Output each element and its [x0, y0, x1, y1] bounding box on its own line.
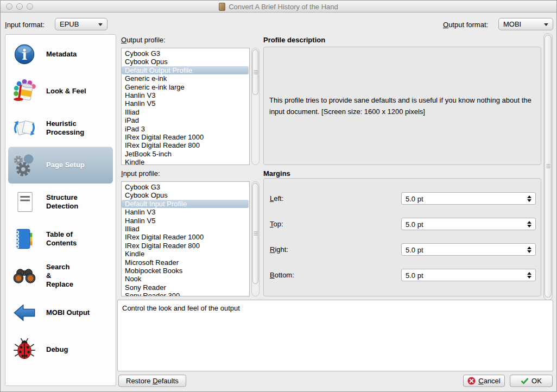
input-format-select[interactable]: EPUB [55, 18, 107, 30]
margin-bottom-label: Bottom: [270, 271, 294, 279]
binoculars-icon [8, 264, 41, 288]
window-title: Convert A Brief History of the Hand [229, 3, 338, 11]
list-item[interactable]: Default Output Profile [122, 66, 249, 74]
scrollbar-grip-icon [546, 166, 550, 167]
margin-right-label: Right: [270, 245, 288, 254]
list-item[interactable]: Generic e-ink large [122, 83, 249, 91]
panel-scrollbar[interactable] [543, 33, 553, 300]
list-item[interactable]: IRex Digital Reader 800 [122, 242, 249, 250]
list-item[interactable]: Illiad [122, 225, 249, 233]
input-format-value: EPUB [60, 20, 79, 28]
sidebar-item-heuristic-processing[interactable]: Heuristic Processing [8, 110, 113, 147]
list-item[interactable]: Kindle [122, 250, 249, 258]
margin-right-row: Right: 5.0 pt [264, 243, 541, 256]
list-item[interactable]: Default Input Profile [122, 200, 249, 208]
list-item[interactable]: Sony Reader [122, 283, 249, 292]
chevron-down-icon [544, 23, 548, 26]
document-lines-icon [8, 190, 41, 214]
sidebar-item-mobi-output[interactable]: MOBI Output [8, 294, 113, 331]
scrollbar-thumb[interactable] [252, 183, 258, 284]
sidebar-item-look-and-feel[interactable]: Look & Feel [8, 73, 113, 110]
input-profile-label: Input profile: [121, 169, 160, 178]
list-item[interactable]: Hanlin V3 [122, 208, 249, 216]
stepper-arrows-icon[interactable] [527, 218, 531, 230]
list-item[interactable]: IRex Digital Reader 1000 [122, 233, 249, 241]
ladybug-icon [8, 338, 41, 362]
output-format-select[interactable]: MOBI [498, 18, 553, 30]
restore-defaults-label: Restore Defaults [126, 377, 179, 385]
margins-group: Left: 5.0 pt Top: 5.0 pt Right: 5.0 pt B… [263, 178, 541, 296]
left-arrow-icon [8, 301, 41, 325]
list-item[interactable]: Cybook G3 [122, 183, 249, 191]
sidebar-item-page-setup[interactable]: Page Setup [8, 147, 113, 184]
list-item[interactable]: Hanlin V5 [122, 99, 249, 108]
input-profile-scrollbar[interactable] [251, 181, 259, 296]
info-icon: i [8, 42, 41, 66]
sidebar-item-debug[interactable]: Debug [8, 331, 113, 368]
svg-text:i: i [22, 47, 27, 63]
convert-dialog: Convert A Brief History of the Hand Inpu… [0, 0, 557, 392]
input-format-label: Input format: [5, 21, 45, 29]
sidebar-item-label: Heuristic Processing [46, 119, 84, 137]
sidebar-item-label: Metadata [46, 50, 77, 59]
list-item[interactable]: Kindle [122, 158, 249, 165]
green-check-icon [521, 377, 529, 385]
list-item[interactable]: Mobipocket Books [122, 267, 249, 275]
scrollbar-thumb[interactable] [545, 35, 552, 298]
stepper-arrows-icon[interactable] [527, 269, 531, 281]
sidebar-item-table-of-contents[interactable]: Table of Contents [8, 220, 113, 257]
list-item[interactable]: Illiad [122, 108, 249, 116]
margin-right-spinbox[interactable]: 5.0 pt [401, 243, 536, 256]
profile-description-group: This profile tries to provide sane defau… [263, 47, 541, 165]
titlebar[interactable]: Convert A Brief History of the Hand [1, 1, 556, 12]
paint-can-icon [8, 79, 41, 103]
sidebar-item-label: Look & Feel [46, 87, 86, 96]
output-format-value: MOBI [503, 20, 521, 28]
margin-bottom-row: Bottom: 5.0 pt [264, 269, 541, 281]
margin-top-spinbox[interactable]: 5.0 pt [401, 218, 536, 230]
output-profile-list[interactable]: Cybook G3Cybook OpusDefault Output Profi… [121, 48, 250, 165]
output-profile-label: Output profile: [121, 36, 166, 44]
ok-label: OK [531, 377, 542, 385]
sidebar-item-search-replace[interactable]: Search & Replace [8, 257, 113, 294]
scrollbar-thumb[interactable] [252, 49, 258, 95]
margin-bottom-value: 5.0 pt [406, 271, 423, 280]
list-item[interactable]: Generic e-ink [122, 74, 249, 83]
list-item[interactable]: Nook [122, 275, 249, 283]
list-item[interactable]: Hanlin V3 [122, 91, 249, 99]
margin-top-value: 5.0 pt [406, 220, 423, 229]
panel-description-box: Control the look and feel of the output [117, 300, 553, 371]
list-item[interactable]: iPad [122, 116, 249, 124]
margin-right-value: 5.0 pt [406, 246, 423, 254]
ok-button[interactable]: OK [510, 375, 553, 387]
cancel-button[interactable]: Cancel [463, 375, 505, 387]
book-icon [219, 3, 225, 11]
sidebar-item-metadata[interactable]: i Metadata [8, 36, 113, 73]
sidebar-item-structure-detection[interactable]: Structure Detection [8, 184, 113, 220]
margin-bottom-spinbox[interactable]: 5.0 pt [401, 269, 536, 281]
list-item[interactable]: JetBook 5-inch [122, 150, 249, 158]
margin-left-value: 5.0 pt [406, 195, 423, 203]
list-item[interactable]: Microsoft Reader [122, 258, 249, 267]
margin-left-spinbox[interactable]: 5.0 pt [401, 192, 536, 205]
stepper-arrows-icon[interactable] [527, 244, 531, 255]
list-item[interactable]: IRex Digital Reader 1000 [122, 133, 249, 141]
margin-left-label: Left: [270, 194, 283, 203]
sidebar-item-label: Debug [46, 345, 68, 354]
list-item[interactable]: Cybook Opus [122, 191, 249, 199]
title-area: Convert A Brief History of the Hand [1, 1, 556, 12]
chevron-down-icon [98, 23, 103, 26]
list-item[interactable]: Cybook G3 [122, 49, 249, 58]
input-profile-list[interactable]: Cybook G3Cybook OpusDefault Input Profil… [121, 181, 250, 296]
list-item[interactable]: IRex Digital Reader 800 [122, 141, 249, 149]
list-item[interactable]: Sony Reader 300 [122, 292, 249, 296]
stepper-arrows-icon[interactable] [527, 193, 531, 204]
profile-description-text: This profile tries to provide sane defau… [264, 94, 541, 117]
list-item[interactable]: iPad 3 [122, 125, 249, 133]
restore-defaults-button[interactable]: Restore Defaults [118, 375, 186, 387]
list-item[interactable]: Cybook Opus [122, 58, 249, 66]
list-item[interactable]: Hanlin V5 [122, 217, 249, 225]
sidebar-item-label: Structure Detection [46, 193, 78, 211]
sidebar-item-label: Table of Contents [46, 230, 77, 248]
output-profile-scrollbar[interactable] [251, 48, 259, 165]
